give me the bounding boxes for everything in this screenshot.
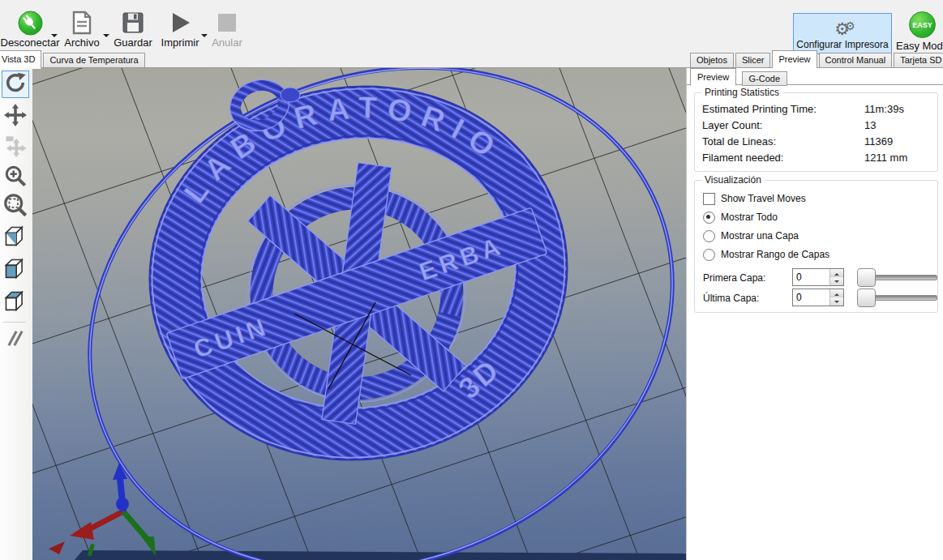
show-travel-moves-checkbox[interactable]: Show Travel Moves (703, 192, 806, 205)
visualization-group: Visualización Show Travel Moves Mostrar … (694, 180, 938, 313)
spinner-down-icon[interactable] (830, 297, 843, 306)
last-layer-label: Última Capa: (703, 293, 759, 304)
last-layer-slider[interactable] (855, 289, 937, 306)
stat-row: Estimated Printing Time: 11m:39s (702, 103, 932, 119)
radio-mostrar-rango-de-capas[interactable]: Mostrar Rango de Capas (703, 248, 829, 261)
stat-value: 11m:39s (864, 103, 904, 115)
radio-icon[interactable] (703, 249, 715, 261)
preview-panel: Preview G-Code Printing Statistics Estim… (686, 68, 943, 560)
front-view-icon (3, 258, 28, 284)
parallel-projection-button[interactable] (2, 326, 29, 353)
parallel-projection-icon (4, 327, 27, 353)
tab-control-manual[interactable]: Control Manual (819, 53, 893, 68)
first-layer-spinbox[interactable] (792, 268, 844, 286)
subtab-gcode[interactable]: G-Code (742, 71, 788, 86)
last-layer-row: Última Capa: (703, 289, 937, 308)
toolbar-item-label: Imprimir (161, 36, 199, 49)
plug-icon (17, 10, 44, 36)
zoom-fit-icon (3, 193, 28, 220)
toolbar-item-label: Archivo (64, 36, 99, 49)
easy-mode-button[interactable]: EASY Easy Mode (902, 11, 943, 53)
print-icon (168, 10, 192, 36)
stat-row: Total de Lineas: 11369 (702, 135, 932, 152)
radio-icon[interactable] (703, 230, 715, 242)
radio-mostrar-una-capa[interactable]: Mostrar una Capa (703, 229, 799, 242)
radio-icon[interactable] (703, 212, 715, 224)
move-view-icon (4, 104, 27, 130)
stat-label: Total de Lineas: (702, 135, 776, 147)
gear-icon: ⚙⚙ (834, 18, 850, 37)
save-button[interactable]: Guardar (112, 10, 154, 49)
disconnect-button[interactable]: Desconectar (0, 10, 65, 49)
preview-subtabs: Preview G-Code (687, 68, 943, 85)
spinner-buttons (829, 269, 843, 285)
tab-curva-de-temperatura[interactable]: Curva de Temperatura (43, 53, 144, 68)
tab-preview[interactable]: Preview (772, 50, 817, 69)
tab-slicer[interactable]: Slicer (735, 53, 771, 68)
last-layer-input[interactable] (793, 289, 830, 305)
file-dropdown-arrow[interactable] (103, 34, 109, 41)
radio-mostrar-todo[interactable]: Mostrar Todo (703, 211, 778, 224)
tab-vista-3d[interactable]: Vista 3D (0, 50, 41, 69)
zoom-in-button[interactable] (2, 164, 29, 191)
3d-scene: LABORATORIO 3D (32, 68, 686, 560)
disconnect-dropdown-arrow[interactable] (51, 34, 58, 41)
subtab-preview[interactable]: Preview (690, 68, 736, 86)
stat-row: Layer Count: 13 (702, 119, 932, 135)
save-icon (122, 10, 144, 36)
top-view-icon (3, 290, 28, 316)
configure-printer-button[interactable]: ⚙⚙ Configurar Impresora (793, 13, 892, 54)
zoom-fit-button[interactable] (2, 193, 29, 220)
slider-thumb[interactable] (857, 268, 876, 287)
spinner-down-icon[interactable] (830, 277, 843, 285)
view-tool-sidebar (0, 68, 32, 560)
stat-label: Layer Count: (702, 119, 762, 131)
last-layer-spinbox[interactable] (792, 289, 844, 306)
print-button[interactable]: Imprimir (157, 10, 203, 49)
document-icon (71, 10, 92, 36)
repetier-host-window: Desconectar Archivo (0, 0, 943, 560)
stat-value: 13 (864, 119, 876, 131)
first-layer-slider[interactable] (855, 268, 937, 286)
first-layer-row: Primera Capa: (703, 268, 937, 288)
tab-objetos[interactable]: Objetos (690, 53, 734, 68)
move-view-button[interactable] (2, 103, 29, 130)
isometric-view-button[interactable] (2, 224, 29, 252)
visualization-title: Visualización (701, 174, 765, 186)
checkbox-icon[interactable] (703, 193, 715, 205)
radio-label: Mostrar Rango de Capas (721, 249, 829, 260)
radio-label: Mostrar una Capa (721, 230, 799, 242)
front-view-button[interactable] (2, 257, 29, 284)
configure-printer-label: Configurar Impresora (796, 39, 888, 50)
view-tabs: Vista 3D Curva de Temperatura (0, 50, 147, 68)
toolbar-item-label: Guardar (114, 36, 152, 49)
abort-button: Anular (204, 10, 250, 49)
3d-viewport[interactable]: LABORATORIO 3D (32, 68, 686, 560)
axis-gizmo (49, 463, 156, 557)
checkbox-label: Show Travel Moves (721, 193, 806, 204)
spinner-up-icon[interactable] (830, 289, 843, 297)
stat-value: 11369 (864, 135, 893, 147)
file-button[interactable]: Archivo (58, 10, 105, 49)
spinner-up-icon[interactable] (830, 269, 843, 277)
panel-tabs: Objetos Slicer Preview Control Manual Ta… (690, 50, 943, 68)
bed-front-edge (75, 550, 686, 560)
slider-thumb[interactable] (857, 289, 876, 307)
top-view-button[interactable] (2, 289, 29, 317)
sidebar-divider (3, 322, 26, 323)
easy-mode-icon: EASY (909, 11, 936, 38)
printing-statistics-title: Printing Statistics (701, 87, 782, 98)
move-object-button (2, 134, 29, 161)
menu-bar-clipped (0, 0, 943, 8)
rotate-view-button[interactable] (2, 71, 29, 98)
first-layer-input[interactable] (793, 269, 830, 284)
spinner-buttons (829, 289, 843, 306)
tab-tarjeta-sd[interactable]: Tarjeta SD (894, 53, 943, 68)
stat-value: 1211 mm (864, 152, 907, 164)
move-object-icon (4, 135, 27, 160)
radio-label: Mostrar Todo (721, 212, 778, 223)
stat-label: Estimated Printing Time: (702, 103, 817, 115)
zoom-in-icon (4, 165, 27, 190)
toolbar-item-label: Anular (212, 36, 242, 49)
stat-row: Filament needed: 1211 mm (702, 152, 932, 168)
